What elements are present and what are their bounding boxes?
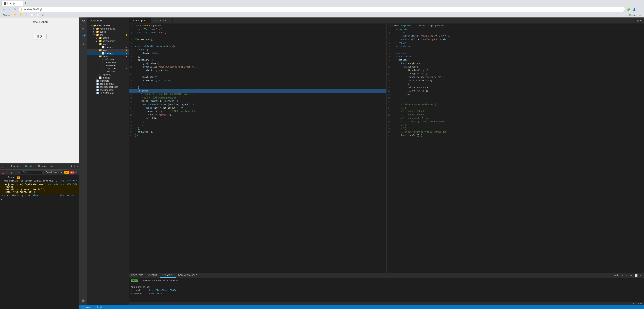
console-filter-icon[interactable]: ⊘: [6, 171, 8, 174]
devtools-device-icon[interactable]: 📱: [3, 165, 6, 168]
reload-button[interactable]: ↻: [12, 7, 17, 12]
browser-tab-active[interactable]: ● index.js ×: [2, 1, 23, 6]
tab-index-js-close[interactable]: ×: [147, 19, 148, 22]
sidebar-more-icon[interactable]: ⋯: [124, 19, 126, 22]
terminal-local-url[interactable]: http://localhost:8080/: [148, 289, 176, 292]
bookmark-apps[interactable]: ⊞ Apps: [2, 14, 12, 17]
tree-readme[interactable]: 📄 README.md: [88, 92, 128, 95]
tab-close-button[interactable]: ×: [19, 2, 21, 5]
terminal-close-icon[interactable]: ×: [639, 273, 642, 277]
code-line-27: 27 }, 1500);: [129, 117, 386, 120]
tree-store-index[interactable]: 📄 index.js M: [88, 52, 128, 55]
tree-home[interactable]: V Home.vue: [88, 64, 128, 67]
log-link-2[interactable]: vue-router.esm.js?8c4f:16: [48, 183, 77, 185]
editor-tab-index-js[interactable]: JS index.js ● ×: [129, 18, 151, 24]
tree-app-vue[interactable]: V App.vue: [88, 73, 128, 76]
run-icon[interactable]: [80, 41, 86, 47]
terminal-plus-icon[interactable]: +: [620, 273, 624, 277]
tree-404[interactable]: V 404.vue: [88, 58, 128, 61]
bookmark-item-4[interactable]: 📄: [29, 14, 35, 17]
bookmark-google[interactable]: G: [24, 14, 29, 17]
console-line-warning: ⚠ ▶ [vue-router] Duplicate named routesd…: [0, 183, 79, 194]
tree-babel[interactable]: 📄 babel.config.js: [88, 82, 128, 85]
bookmark-item-5[interactable]: 📄: [35, 14, 41, 17]
home-link[interactable]: Home: [30, 20, 38, 24]
new-tab-button[interactable]: +: [23, 1, 28, 6]
terminal-chevron-icon[interactable]: ∧: [624, 273, 628, 277]
tree-store[interactable]: ▼ 📁 store: [88, 49, 128, 52]
tree-src[interactable]: ▼ 📁 src: [88, 33, 128, 36]
lv-line-23: 23 // this.$router.addRoutes([: [387, 103, 644, 106]
tree-project-root[interactable]: ▼ 📁 HELLO-VUE: [88, 24, 128, 27]
console-filter-input[interactable]: [21, 171, 42, 174]
log-level-select[interactable]: Default levels: [44, 170, 63, 174]
console-toolbar-right: ▲ 1 ● 1 ⚙: [64, 171, 77, 174]
forward-button[interactable]: →: [7, 7, 12, 12]
bookmark-folder-2[interactable]: 📁: [18, 14, 24, 17]
log-link-1[interactable]: log.js?lafd:24: [61, 180, 77, 182]
eye-icon[interactable]: 👁: [18, 171, 20, 174]
profile-icon[interactable]: 👤: [632, 7, 637, 12]
terminal-tab-debug[interactable]: DEBUG CONSOLE: [176, 273, 200, 278]
tree-router[interactable]: ▼ 📁 router: [88, 43, 128, 46]
status-errors[interactable]: ✕ 0 ⚠ 0: [94, 306, 103, 308]
terminal-tab-problems[interactable]: PROBLEMS: [129, 273, 146, 278]
devtools-inspect-icon[interactable]: ⬚: [1, 165, 3, 168]
bookmark-folder-1[interactable]: 📁: [12, 14, 18, 17]
editor-tab-login-vue[interactable]: V Login.vue ×: [151, 18, 172, 24]
tree-gitignore[interactable]: 📄 .gitignore: [88, 79, 128, 82]
log-link-3[interactable]: index.js?a18c:61: [58, 194, 77, 196]
extensions-icon[interactable]: [80, 297, 86, 304]
tab-console[interactable]: Console: [23, 163, 36, 169]
code-scroll-login-vue[interactable]: 1 <template> 2 <div> 3 <button @click="h…: [387, 28, 644, 273]
source-control-icon[interactable]: 3: [80, 34, 86, 40]
bookmark-star-icon[interactable]: ☆: [620, 8, 623, 11]
back-button[interactable]: ←: [2, 7, 6, 12]
tab-elements[interactable]: Elements: [9, 163, 23, 169]
login-button[interactable]: 登录: [32, 34, 46, 40]
tree-views[interactable]: ▼ 📁 views: [88, 55, 128, 58]
console-clear-icon[interactable]: 🚫: [2, 171, 4, 174]
tree-public[interactable]: ▶ 📁 public: [88, 30, 128, 33]
tree-user[interactable]: V User.vue: [88, 70, 128, 73]
issue-badge: ▲ 1: [64, 171, 69, 174]
code-scroll-index-js[interactable]: 1import Vue from "vue"; 2import Vuex fro…: [129, 28, 386, 273]
devtools-more-icon[interactable]: ⋮: [74, 165, 76, 168]
menu-button[interactable]: ⋮: [638, 7, 642, 12]
reading-list-button[interactable]: 📖 Reading List: [624, 14, 642, 17]
terminal-maximize-icon[interactable]: ⬜: [634, 273, 638, 277]
split-editor-icon[interactable]: ⊟: [637, 19, 639, 22]
tree-router-index[interactable]: 📄 index.js M: [88, 46, 128, 49]
terminal-tab-output[interactable]: OUTPUT: [146, 273, 160, 278]
tab-more[interactable]: >>: [48, 163, 56, 169]
tree-package-json[interactable]: 📄 package.json: [88, 88, 128, 92]
sidebar-content[interactable]: ▼ 📁 HELLO-VUE ▶ 📁 node_modules: [88, 24, 128, 305]
tree-main-js[interactable]: 📄 main.js: [88, 76, 128, 79]
tree-package-lock[interactable]: 📄 package-lock.json: [88, 85, 128, 88]
tree-node-modules[interactable]: ▶ 📁 node_modules: [88, 27, 128, 30]
terminal-split-icon[interactable]: ⊟: [629, 273, 633, 277]
tree-components[interactable]: ▶ 📁 components: [88, 40, 128, 43]
top-dropdown-icon[interactable]: ▼: [14, 171, 16, 174]
terminal-tab-terminal[interactable]: TERMINAL: [160, 273, 176, 278]
tab-network[interactable]: Network: [36, 163, 48, 169]
tree-about[interactable]: V About.vue: [88, 61, 128, 64]
address-bar[interactable]: 🔒 localhost:8080/login ☆: [18, 7, 625, 12]
tree-assets[interactable]: ▶ 📁 assets: [88, 36, 128, 40]
tree-login[interactable]: V Login.vue M: [88, 67, 128, 70]
devtools-settings-icon[interactable]: ⚙: [70, 165, 73, 168]
left-panel: Home | About 登录 ⬚ 📱 Elements: [0, 18, 79, 309]
devtools-close-icon[interactable]: ×: [77, 165, 78, 168]
status-git-branch[interactable]: ⎇ master: [81, 306, 92, 308]
tab-login-vue-close[interactable]: ×: [168, 19, 170, 22]
bookmark-more[interactable]: >>: [42, 14, 45, 16]
about-link[interactable]: About: [41, 20, 48, 24]
console-line-hmr: [HMR] Waiting for update signal from WDS…: [0, 179, 79, 183]
devtools: ⬚ 📱 Elements Console Network >> ⚙ ⋮ ×: [0, 163, 79, 309]
extension-icon[interactable]: 🧩: [626, 7, 631, 12]
explorer-icon[interactable]: [80, 19, 86, 25]
lv-line-15: 15 console.log("res:>>", res);: [387, 76, 644, 79]
more-actions-icon[interactable]: ⋯: [640, 19, 642, 22]
search-icon[interactable]: [80, 27, 86, 33]
console-settings-icon[interactable]: ⚙: [75, 171, 77, 174]
